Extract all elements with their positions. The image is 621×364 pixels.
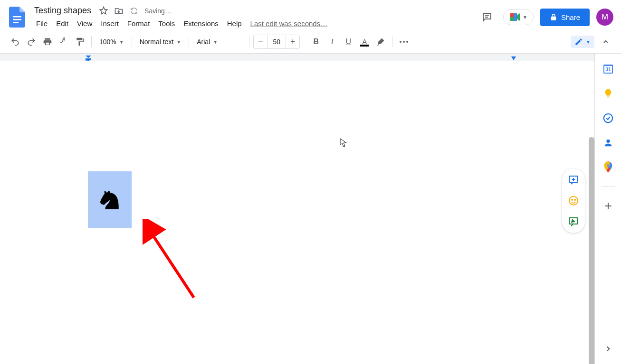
print-button[interactable] bbox=[40, 34, 55, 49]
bold-button[interactable]: B bbox=[308, 34, 324, 49]
chevron-down-icon: ▼ bbox=[176, 39, 181, 45]
svg-point-10 bbox=[400, 41, 401, 43]
svg-point-31 bbox=[607, 164, 610, 167]
style-dropdown[interactable]: Normal text▼ bbox=[136, 36, 185, 47]
font-value: Arial bbox=[197, 38, 210, 46]
add-comment-button[interactable] bbox=[568, 174, 579, 186]
menu-format[interactable]: Format bbox=[124, 18, 154, 29]
zoom-value: 100% bbox=[99, 38, 116, 46]
svg-rect-2 bbox=[13, 22, 19, 23]
avatar[interactable]: M bbox=[596, 9, 613, 26]
svg-text:31: 31 bbox=[605, 67, 611, 72]
chevron-down-icon: ▼ bbox=[586, 39, 591, 45]
redo-button[interactable] bbox=[24, 34, 39, 49]
side-panel: 31 bbox=[594, 54, 621, 364]
last-edit-link[interactable]: Last edit was seconds… bbox=[247, 18, 332, 29]
annotation-arrow bbox=[143, 219, 200, 300]
chevron-down-icon: ▼ bbox=[119, 39, 124, 45]
italic-button[interactable]: I bbox=[325, 34, 340, 49]
move-icon[interactable] bbox=[114, 6, 124, 16]
decrease-font-button[interactable]: − bbox=[254, 35, 267, 48]
lock-icon bbox=[550, 13, 557, 21]
indent-marker-left[interactable] bbox=[86, 55, 91, 59]
horizontal-ruler[interactable] bbox=[0, 54, 594, 61]
saving-status: Saving… bbox=[144, 7, 172, 15]
svg-rect-6 bbox=[510, 13, 514, 17]
svg-rect-13 bbox=[86, 58, 91, 59]
calendar-app-icon[interactable]: 31 bbox=[602, 63, 614, 75]
menu-tools[interactable]: Tools bbox=[154, 18, 179, 29]
svg-point-23 bbox=[574, 199, 575, 200]
separator bbox=[189, 36, 189, 47]
suggest-edit-button[interactable] bbox=[568, 216, 579, 227]
meet-icon bbox=[509, 12, 521, 22]
svg-text:A: A bbox=[62, 37, 66, 42]
toolbar: A 100%▼ Normal text▼ Arial▼ − + B I U A bbox=[0, 30, 621, 53]
comments-history-icon[interactable] bbox=[478, 8, 497, 27]
vertical-scrollbar[interactable] bbox=[589, 137, 594, 364]
separator bbox=[132, 36, 132, 47]
pencil-icon bbox=[574, 37, 583, 46]
separator bbox=[602, 187, 615, 187]
menubar: File Edit View Insert Format Tools Exten… bbox=[32, 18, 478, 29]
text-color-button[interactable]: A bbox=[357, 34, 372, 49]
document-page[interactable] bbox=[0, 61, 594, 364]
svg-rect-7 bbox=[510, 17, 514, 21]
style-value: Normal text bbox=[140, 38, 174, 46]
menu-extensions[interactable]: Extensions bbox=[180, 18, 222, 29]
svg-point-22 bbox=[572, 199, 573, 200]
svg-rect-8 bbox=[514, 13, 517, 21]
contacts-app-icon[interactable] bbox=[602, 137, 614, 149]
underline-button[interactable]: U bbox=[341, 34, 356, 49]
avatar-initial: M bbox=[602, 12, 608, 22]
selected-image-chess-knight[interactable] bbox=[88, 171, 132, 228]
font-dropdown[interactable]: Arial▼ bbox=[193, 36, 245, 47]
star-icon[interactable] bbox=[99, 6, 108, 16]
document-title[interactable]: Testing shapes bbox=[32, 5, 93, 17]
separator bbox=[91, 36, 92, 47]
share-button[interactable]: Share bbox=[540, 9, 590, 26]
comment-tools-floating bbox=[562, 168, 585, 233]
tasks-app-icon[interactable] bbox=[602, 112, 614, 124]
maps-app-icon[interactable] bbox=[602, 162, 614, 173]
docs-logo[interactable] bbox=[8, 8, 27, 27]
svg-rect-1 bbox=[13, 19, 21, 20]
sync-icon bbox=[129, 6, 139, 16]
get-addons-button[interactable] bbox=[602, 200, 614, 212]
increase-font-button[interactable]: + bbox=[286, 35, 299, 48]
highlight-button[interactable] bbox=[373, 34, 388, 49]
separator bbox=[392, 36, 392, 47]
undo-button[interactable] bbox=[8, 34, 23, 49]
keep-app-icon[interactable] bbox=[602, 88, 614, 99]
svg-point-29 bbox=[606, 140, 610, 143]
svg-point-12 bbox=[406, 41, 408, 43]
hide-side-panel-button[interactable] bbox=[602, 343, 614, 355]
menu-help[interactable]: Help bbox=[223, 18, 246, 29]
menu-file[interactable]: File bbox=[32, 18, 51, 29]
svg-line-17 bbox=[151, 233, 194, 298]
meet-button[interactable]: ▼ bbox=[503, 9, 534, 25]
font-size-input[interactable] bbox=[267, 35, 286, 48]
more-tools-button[interactable] bbox=[396, 34, 411, 49]
svg-point-21 bbox=[569, 196, 578, 205]
chevron-down-icon: ▼ bbox=[523, 15, 527, 20]
chess-knight-icon bbox=[97, 185, 122, 215]
svg-point-11 bbox=[403, 41, 405, 43]
emoji-reaction-button[interactable] bbox=[568, 195, 579, 206]
chevron-down-icon: ▼ bbox=[213, 39, 218, 45]
svg-rect-0 bbox=[13, 16, 21, 18]
menu-insert[interactable]: Insert bbox=[97, 18, 123, 29]
zoom-dropdown[interactable]: 100%▼ bbox=[96, 36, 128, 47]
spellcheck-button[interactable]: A bbox=[56, 34, 71, 49]
indent-marker-right[interactable] bbox=[511, 56, 516, 60]
paint-format-button[interactable] bbox=[72, 34, 87, 49]
menu-edit[interactable]: Edit bbox=[52, 18, 72, 29]
menu-view[interactable]: View bbox=[73, 18, 96, 29]
share-label: Share bbox=[561, 13, 580, 21]
separator bbox=[249, 36, 249, 47]
font-size-control: − + bbox=[253, 35, 300, 49]
scrollbar-thumb[interactable] bbox=[589, 137, 594, 364]
editing-mode-dropdown[interactable]: ▼ bbox=[571, 36, 594, 48]
collapse-toolbar-button[interactable] bbox=[598, 34, 613, 49]
